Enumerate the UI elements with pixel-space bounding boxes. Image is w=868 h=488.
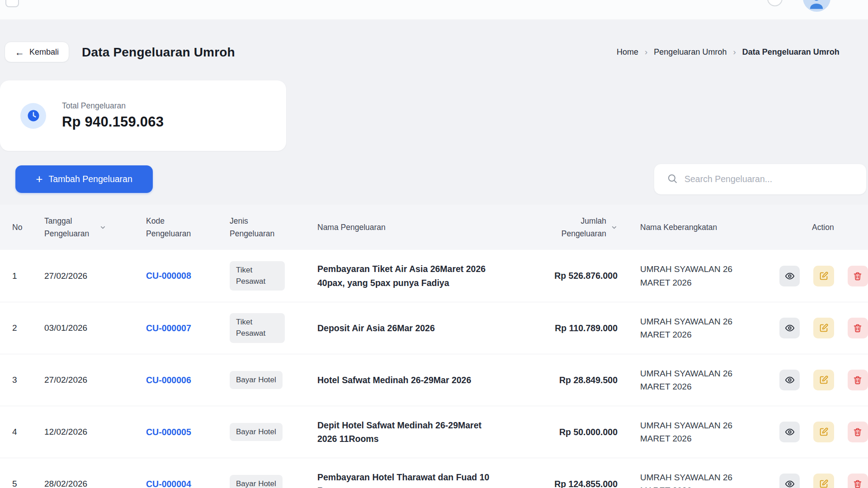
add-expense-label: Tambah Pengeluaran: [48, 174, 132, 184]
row-no: 3: [0, 354, 44, 406]
jenis-badge: Tiket Pesawat: [230, 313, 285, 343]
plus-icon: +: [36, 173, 42, 185]
top-bar: [0, 0, 868, 19]
edit-button[interactable]: [813, 370, 834, 390]
pencil-icon: [819, 375, 829, 385]
eye-icon: [785, 323, 795, 333]
row-tanggal: 27/02/2026: [44, 354, 146, 406]
row-keberangkatan: UMRAH SYAWALAN 26 MARET 2026: [640, 263, 744, 289]
jenis-badge: Bayar Hotel: [230, 475, 283, 488]
row-no: 5: [0, 458, 44, 488]
row-kode-link[interactable]: CU-000004: [146, 479, 191, 488]
sort-jumlah-icon[interactable]: [611, 224, 618, 231]
col-jumlah: Jumlah Pengeluaran: [529, 205, 618, 250]
table-row: 5 28/02/2026 CU-000004 Bayar Hotel Pemba…: [0, 458, 868, 488]
row-no: 4: [0, 406, 44, 458]
col-action: Action: [776, 205, 868, 250]
view-button[interactable]: [779, 266, 800, 286]
view-button[interactable]: [779, 370, 800, 390]
view-button[interactable]: [779, 318, 800, 338]
row-tanggal: 12/02/2026: [44, 406, 146, 458]
row-keberangkatan: UMRAH SYAWALAN 26 MARET 2026: [640, 367, 744, 394]
row-kode-link[interactable]: CU-000006: [146, 375, 191, 385]
chevron-right-icon: [733, 47, 736, 57]
search-icon: [667, 173, 678, 186]
row-kode-link[interactable]: CU-000005: [146, 427, 191, 437]
col-kode: Kode Pengeluaran: [146, 205, 230, 250]
total-expense-card: Total Pengeluaran Rp 940.159.063: [0, 80, 286, 151]
delete-button[interactable]: [848, 422, 868, 442]
edit-button[interactable]: [813, 422, 834, 442]
row-no: 2: [0, 302, 44, 354]
edit-button[interactable]: [813, 474, 834, 488]
total-expense-value: Rp 940.159.063: [62, 114, 164, 130]
page-title: Data Pengeluaran Umroh: [82, 45, 235, 60]
row-jumlah: Rp 526.876.000: [554, 271, 618, 281]
col-jenis: Jenis Pengeluaran: [230, 205, 317, 250]
row-nama: Pembayaran Tiket Air Asia 26Maret 2026 4…: [317, 262, 491, 289]
expense-table: No Tanggal Pengeluaran Kode Pengeluaran …: [0, 205, 868, 488]
pencil-icon: [819, 427, 829, 437]
breadcrumb: Home Pengeluaran Umroh Data Pengeluaran …: [617, 47, 840, 57]
breadcrumb-section[interactable]: Pengeluaran Umroh: [654, 47, 726, 57]
view-button[interactable]: [779, 474, 800, 488]
trash-icon: [853, 427, 863, 437]
trash-icon: [853, 479, 863, 488]
table-header: No Tanggal Pengeluaran Kode Pengeluaran …: [0, 205, 868, 250]
table-row: 3 27/02/2026 CU-000006 Bayar Hotel Hotel…: [0, 354, 868, 406]
row-nama: Pembayaran Hotel Tharawat dan Fuad 10 Ro…: [317, 470, 491, 488]
row-kode-link[interactable]: CU-000007: [146, 323, 191, 333]
delete-button[interactable]: [848, 266, 868, 286]
eye-icon: [785, 375, 795, 385]
eye-icon: [785, 271, 795, 281]
row-keberangkatan: UMRAH SYAWALAN 26 MARET 2026: [640, 471, 744, 488]
app-menu-button[interactable]: [5, 0, 19, 7]
jenis-badge: Bayar Hotel: [230, 371, 283, 389]
trash-icon: [853, 375, 863, 385]
search-box: [654, 164, 867, 195]
page-header: ← Kembali Data Pengeluaran Umroh Home Pe…: [0, 42, 868, 62]
help-icon[interactable]: [767, 0, 783, 6]
pencil-icon: [819, 479, 829, 488]
delete-button[interactable]: [848, 474, 868, 488]
row-kode-link[interactable]: CU-000008: [146, 271, 191, 281]
row-tanggal: 03/01/2026: [44, 302, 146, 354]
breadcrumb-home[interactable]: Home: [617, 47, 638, 57]
eye-icon: [785, 479, 795, 488]
table-row: 1 27/02/2026 CU-000008 Tiket Pesawat Pem…: [0, 250, 868, 302]
add-expense-button[interactable]: + Tambah Pengeluaran: [15, 165, 153, 193]
table-row: 4 12/02/2026 CU-000005 Bayar Hotel Depit…: [0, 406, 868, 458]
breadcrumb-current: Data Pengeluaran Umroh: [742, 47, 840, 57]
col-no: No: [0, 205, 44, 250]
row-nama: Hotel Safwat Medinah 26-29Mar 2026: [317, 373, 471, 387]
delete-button[interactable]: [848, 318, 868, 338]
row-nama: Depit Hotel Safwat Medinah 26-29Maret 20…: [317, 418, 491, 446]
row-keberangkatan: UMRAH SYAWALAN 26 MARET 2026: [640, 315, 744, 342]
delete-button[interactable]: [848, 370, 868, 390]
avatar[interactable]: [803, 0, 830, 12]
trash-icon: [853, 271, 863, 281]
row-jumlah: Rp 50.000.000: [559, 427, 618, 437]
arrow-left-icon: ←: [15, 47, 24, 57]
row-tanggal: 28/02/2026: [44, 458, 146, 488]
jenis-badge: Tiket Pesawat: [230, 261, 285, 291]
edit-button[interactable]: [813, 318, 834, 338]
row-jumlah: Rp 28.849.500: [559, 375, 618, 385]
row-nama: Deposit Air Asia 26Mar 2026: [317, 321, 435, 335]
jenis-badge: Bayar Hotel: [230, 423, 283, 441]
trash-icon: [853, 323, 863, 333]
row-jumlah: Rp 110.789.000: [555, 323, 618, 333]
back-button[interactable]: ← Kembali: [5, 42, 69, 62]
col-nama: Nama Pengeluaran: [317, 205, 529, 250]
back-button-label: Kembali: [29, 47, 59, 57]
sort-tanggal-icon[interactable]: [99, 224, 106, 231]
view-button[interactable]: [779, 422, 800, 442]
eye-icon: [785, 427, 795, 437]
search-input[interactable]: [684, 174, 856, 184]
chevron-right-icon: [645, 47, 647, 57]
row-tanggal: 27/02/2026: [44, 250, 146, 302]
col-keberangkatan: Nama Keberangkatan: [618, 205, 776, 250]
edit-button[interactable]: [813, 266, 834, 286]
row-jumlah: Rp 124.855.000: [554, 479, 618, 488]
row-no: 1: [0, 250, 44, 302]
